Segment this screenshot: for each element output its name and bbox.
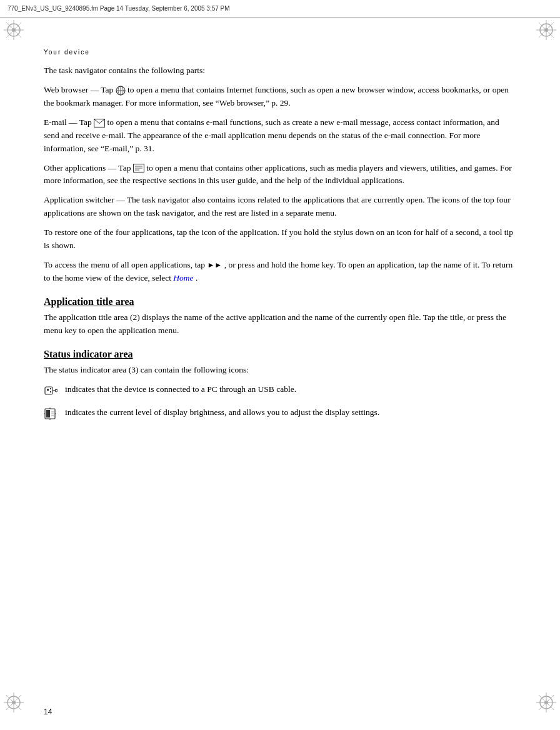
svg-point-5	[12, 28, 16, 32]
corner-decoration-tl	[4, 20, 24, 40]
email-text: to open a menu that contains e-mail func…	[44, 118, 499, 153]
status-heading: Status indicator area	[44, 349, 516, 360]
restore-paragraph: To restore one of the four applications,…	[44, 226, 516, 252]
svg-point-17	[12, 701, 16, 704]
globe-icon	[116, 85, 128, 94]
page-container: 770_ENv3_US_UG_9240895.fm Page 14 Tuesda…	[0, 0, 560, 730]
corner-decoration-tr	[536, 20, 556, 40]
other-apps-label: Other applications — Tap	[44, 163, 133, 172]
app-title-heading: Application title area	[44, 296, 516, 308]
svg-point-23	[544, 701, 548, 704]
forward-arrows-icon: ►►	[207, 261, 222, 269]
app-title-body: The application title area (2) displays …	[44, 311, 516, 338]
section-label: Your device	[44, 49, 516, 56]
svg-rect-36	[50, 391, 51, 392]
brightness-icon	[44, 408, 62, 424]
web-browser-paragraph: Web browser — Tap to open a menu that co…	[44, 84, 516, 110]
email-label: E-mail — Tap	[44, 118, 94, 127]
app-switcher-paragraph: Application switcher — The task navigato…	[44, 194, 516, 220]
access-menu-paragraph: To access the menu of all open applicati…	[44, 259, 516, 285]
email-paragraph: E-mail — Tap to open a menu that contain…	[44, 116, 516, 156]
status-intro-paragraph: The status indicator area (3) can contai…	[44, 364, 516, 377]
access-menu-period: .	[196, 273, 198, 282]
content-area: Your device The task navigator contains …	[44, 18, 516, 454]
corner-decoration-bl	[4, 692, 24, 712]
corner-decoration-br	[536, 692, 556, 712]
web-browser-label: Web browser — Tap	[44, 85, 116, 94]
svg-point-11	[544, 28, 548, 32]
svg-rect-41	[46, 410, 50, 418]
other-apps-icon	[133, 163, 146, 172]
usb-icon	[44, 384, 62, 401]
usb-text: indicates that the device is connected t…	[65, 383, 296, 396]
home-link[interactable]: Home	[173, 273, 193, 282]
access-menu-text-1: To access the menu of all open applicati…	[44, 260, 207, 269]
brightness-indicator-line: indicates the current level of display b…	[44, 406, 516, 424]
page-number: 14	[44, 708, 52, 716]
svg-rect-34	[47, 389, 49, 391]
header-text: 770_ENv3_US_UG_9240895.fm Page 14 Tuesda…	[8, 5, 230, 12]
envelope-icon	[94, 118, 107, 127]
intro-paragraph: The task navigator contains the followin…	[44, 64, 516, 78]
other-apps-paragraph: Other applications — Tap to open a menu …	[44, 162, 516, 188]
svg-rect-35	[50, 388, 51, 389]
usb-indicator-line: indicates that the device is connected t…	[44, 383, 516, 401]
header-bar: 770_ENv3_US_UG_9240895.fm Page 14 Tuesda…	[0, 0, 560, 18]
brightness-text: indicates the current level of display b…	[65, 406, 379, 419]
